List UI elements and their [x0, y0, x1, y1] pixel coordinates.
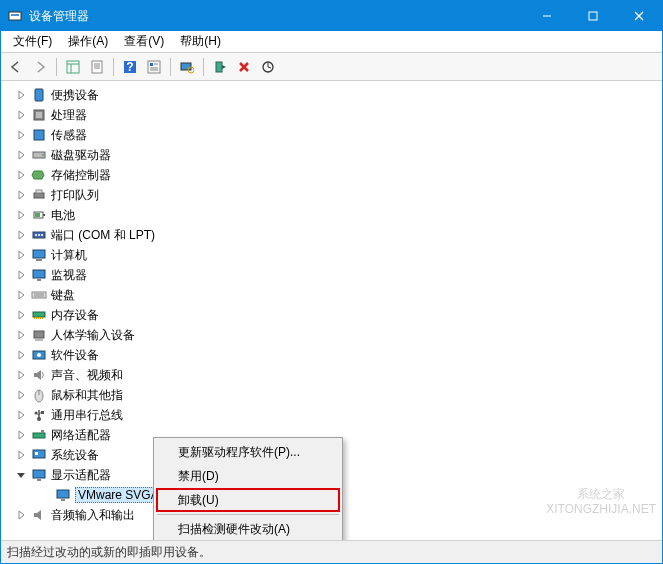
svg-rect-32 — [34, 193, 44, 198]
device-icon — [55, 487, 71, 503]
ctx-separator — [157, 514, 339, 515]
tree-item[interactable]: 电池 — [15, 205, 662, 225]
expander-icon[interactable] — [15, 289, 27, 301]
ctx-scan-hardware[interactable]: 扫描检测硬件改动(A) — [156, 517, 340, 541]
menu-help[interactable]: 帮助(H) — [172, 31, 229, 52]
tree-item[interactable]: 打印队列 — [15, 185, 662, 205]
tree-item[interactable]: 软件设备 — [15, 345, 662, 365]
tree-item[interactable]: 磁盘驱动器 — [15, 145, 662, 165]
svg-point-38 — [35, 234, 37, 236]
svg-rect-67 — [41, 430, 44, 433]
svg-rect-1 — [11, 14, 19, 16]
properties-button[interactable] — [86, 56, 108, 78]
expander-icon[interactable] — [15, 249, 27, 261]
app-icon — [7, 8, 23, 24]
expander-icon[interactable] — [15, 89, 27, 101]
expander-icon[interactable] — [15, 129, 27, 141]
titlebar[interactable]: 设备管理器 — [1, 1, 662, 31]
menu-action[interactable]: 操作(A) — [60, 31, 116, 52]
tree-item-label: 系统设备 — [51, 447, 99, 464]
expander-icon[interactable] — [15, 389, 27, 401]
svg-rect-49 — [34, 317, 35, 319]
tree-item[interactable]: 存储控制器 — [15, 165, 662, 185]
tree-item[interactable]: 键盘 — [15, 285, 662, 305]
svg-point-40 — [41, 234, 43, 236]
menu-file[interactable]: 文件(F) — [5, 31, 60, 52]
tree-item[interactable]: 鼠标和其他指 — [15, 385, 662, 405]
expander-icon[interactable] — [15, 369, 27, 381]
tree-item[interactable]: 处理器 — [15, 105, 662, 125]
minimize-button[interactable] — [524, 1, 570, 31]
tree-item[interactable]: 端口 (COM 和 LPT) — [15, 225, 662, 245]
content-area: 便携设备处理器传感器磁盘驱动器存储控制器打印队列电池端口 (COM 和 LPT)… — [1, 81, 662, 541]
tree-item-label: 端口 (COM 和 LPT) — [51, 227, 155, 244]
expander-icon[interactable] — [15, 269, 27, 281]
device-icon — [31, 507, 47, 523]
expander-icon[interactable] — [15, 169, 27, 181]
svg-rect-15 — [148, 61, 160, 73]
help-button[interactable]: ? — [119, 56, 141, 78]
expander-icon[interactable] — [15, 509, 27, 521]
expander-icon[interactable] — [15, 469, 27, 481]
svg-rect-71 — [37, 479, 41, 481]
device-icon — [31, 387, 47, 403]
expander-icon[interactable] — [15, 309, 27, 321]
tree-item-label: 声音、视频和 — [51, 367, 123, 384]
tree-item-label: 显示适配器 — [51, 467, 111, 484]
tree-item-label: 监视器 — [51, 267, 87, 284]
expander-icon[interactable] — [15, 349, 27, 361]
device-icon — [31, 407, 47, 423]
svg-rect-66 — [33, 433, 45, 438]
device-icon — [31, 347, 47, 363]
svg-rect-22 — [216, 62, 222, 72]
device-icon — [31, 227, 47, 243]
expander-icon[interactable] — [15, 429, 27, 441]
ctx-update-driver[interactable]: 更新驱动程序软件(P)... — [156, 440, 340, 464]
tree-item[interactable]: 便携设备 — [15, 85, 662, 105]
expander-icon[interactable] — [15, 229, 27, 241]
scan-hardware-button[interactable] — [176, 56, 198, 78]
device-icon — [31, 207, 47, 223]
tree-item[interactable]: 计算机 — [15, 245, 662, 265]
svg-rect-50 — [36, 317, 37, 319]
svg-rect-9 — [92, 61, 102, 73]
expander-icon[interactable] — [15, 109, 27, 121]
device-icon — [31, 187, 47, 203]
svg-rect-55 — [35, 339, 43, 341]
expander-icon[interactable] — [15, 449, 27, 461]
menu-view[interactable]: 查看(V) — [116, 31, 172, 52]
tree-item[interactable]: 内存设备 — [15, 305, 662, 325]
help-topic-button[interactable] — [143, 56, 165, 78]
tree-item[interactable]: 传感器 — [15, 125, 662, 145]
expander-icon[interactable] — [15, 329, 27, 341]
tree-item[interactable]: 人体学输入设备 — [15, 325, 662, 345]
back-button[interactable] — [5, 56, 27, 78]
tree-item[interactable]: 声音、视频和 — [15, 365, 662, 385]
svg-rect-42 — [36, 259, 42, 261]
maximize-button[interactable] — [570, 1, 616, 31]
tree-item-label: 通用串行总线 — [51, 407, 123, 424]
ctx-uninstall[interactable]: 卸载(U) — [156, 488, 340, 512]
svg-rect-72 — [57, 490, 69, 498]
expander-icon[interactable] — [15, 149, 27, 161]
tree-item[interactable]: 通用串行总线 — [15, 405, 662, 425]
update-driver-button[interactable] — [257, 56, 279, 78]
svg-rect-70 — [33, 470, 45, 478]
svg-rect-28 — [36, 112, 42, 118]
enable-button[interactable] — [209, 56, 231, 78]
forward-button[interactable] — [29, 56, 51, 78]
uninstall-button[interactable] — [233, 56, 255, 78]
ctx-disable[interactable]: 禁用(D) — [156, 464, 340, 488]
expander-icon[interactable] — [15, 409, 27, 421]
device-icon — [31, 327, 47, 343]
toolbar-separator — [170, 58, 171, 76]
statusbar: 扫描经过改动的或新的即插即用设备。 — [1, 541, 662, 563]
tree-item[interactable]: 监视器 — [15, 265, 662, 285]
device-icon — [31, 247, 47, 263]
show-hide-tree-button[interactable] — [62, 56, 84, 78]
expander-icon[interactable] — [15, 209, 27, 221]
close-button[interactable] — [616, 1, 662, 31]
expander-icon[interactable] — [15, 189, 27, 201]
tree-item-label: 鼠标和其他指 — [51, 387, 123, 404]
tree-item-label: 音频输入和输出 — [51, 507, 135, 524]
